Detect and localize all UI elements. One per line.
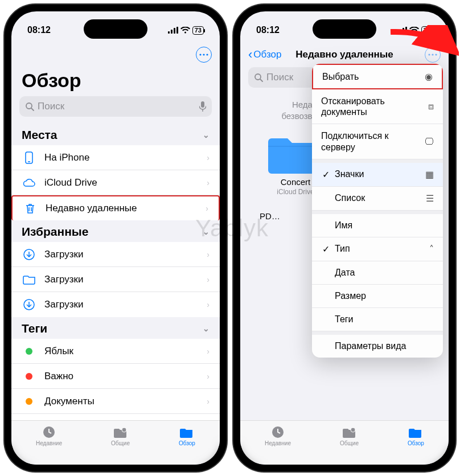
chevron-right-icon: › (206, 204, 208, 213)
menu-sort-size[interactable]: Размер (312, 285, 443, 308)
tab-browse[interactable]: Обзор (179, 425, 195, 446)
tab-label: Общие (111, 440, 130, 446)
svg-point-4 (199, 54, 201, 55)
chevron-down-icon: ⌄ (203, 130, 210, 139)
file-item-partial[interactable]: PD… (253, 208, 287, 292)
page-title: Обзор (11, 67, 220, 96)
svg-rect-18 (400, 30, 401, 34)
tab-bar: Недавние Общие Обзор (240, 420, 449, 465)
shared-folder-icon (113, 425, 128, 439)
menu-select[interactable]: Выбрать ◉ (312, 64, 443, 89)
svg-point-21 (428, 54, 430, 55)
row-label: Загрузки (44, 299, 83, 310)
wifi-icon (409, 27, 419, 34)
mic-icon[interactable] (199, 101, 206, 112)
svg-rect-19 (403, 28, 404, 34)
tag-item[interactable]: Важно› (11, 364, 220, 389)
tab-shared[interactable]: Общие (111, 425, 130, 446)
phone-right: 08:12 73 ‹ Обзор Недавно удаленные (233, 5, 455, 471)
tab-shared[interactable]: Общие (340, 425, 359, 446)
section-header-tags[interactable]: Теги ⌄ (11, 317, 220, 339)
favorite-item[interactable]: Загрузки › (11, 292, 220, 317)
menu-label: Список (321, 193, 365, 203)
menu-label: Имя (321, 220, 352, 231)
download-icon (23, 249, 35, 260)
section-header-places[interactable]: Места ⌄ (11, 124, 220, 145)
location-icloud-drive[interactable]: iCloud Drive › (11, 170, 220, 195)
battery-icon: 73 (421, 26, 433, 35)
tab-label: Недавние (36, 440, 62, 446)
trash-icon (25, 203, 35, 214)
svg-point-22 (432, 54, 433, 55)
chevron-right-icon: › (207, 250, 210, 259)
menu-label: Размер (321, 291, 366, 301)
menu-sort-date[interactable]: Дата (312, 261, 443, 285)
menu-label: Отсканировать документы (321, 96, 422, 117)
row-label: Загрузки (44, 274, 83, 285)
svg-rect-9 (201, 101, 204, 108)
section-title: Места (22, 128, 58, 142)
svg-rect-20 (405, 27, 407, 34)
svg-line-25 (260, 79, 262, 81)
row-label: Недавно удаленные (46, 203, 137, 214)
back-button[interactable]: ‹ Обзор (248, 47, 281, 62)
svg-rect-1 (171, 30, 173, 34)
grid-icon: ▦ (425, 169, 434, 180)
menu-sort-tags[interactable]: Теги (312, 308, 443, 331)
dynamic-island (313, 19, 376, 39)
row-label: Документы (44, 396, 95, 407)
context-menu: Выбрать ◉ Отсканировать документы ⧈ Подк… (312, 64, 443, 358)
svg-rect-17 (397, 31, 399, 34)
tag-item[interactable]: Фильмы› (11, 414, 220, 420)
row-label: На iPhone (44, 152, 89, 163)
menu-view-options[interactable]: Параметры вида (312, 335, 443, 358)
chevron-down-icon: ⌄ (203, 324, 210, 333)
menu-view-icons[interactable]: ✓Значки ▦ (312, 163, 443, 187)
tag-item[interactable]: Документы› (11, 389, 220, 414)
more-menu-button[interactable] (425, 47, 441, 63)
menu-sort-type[interactable]: ✓Тип ˄ (312, 237, 443, 261)
tag-item[interactable]: Яблык› (11, 339, 220, 364)
tag-dot-icon (26, 348, 32, 355)
chevron-right-icon: › (207, 275, 210, 284)
shared-folder-icon (342, 425, 357, 439)
tab-browse[interactable]: Обзор (408, 425, 424, 446)
menu-label: Выбрать (322, 72, 359, 82)
tab-recents[interactable]: Недавние (265, 425, 291, 446)
checkmark-icon: ✓ (321, 169, 330, 180)
location-on-iphone[interactable]: На iPhone › (11, 145, 220, 170)
tag-dot-icon (26, 373, 32, 380)
tab-label: Обзор (179, 440, 195, 446)
search-input[interactable]: Поиск (19, 96, 212, 117)
svg-point-27 (351, 428, 355, 432)
favorite-item[interactable]: Загрузки › (11, 242, 220, 267)
back-label: Обзор (253, 49, 281, 60)
chevron-right-icon: › (207, 347, 210, 356)
svg-rect-2 (174, 28, 175, 34)
svg-point-23 (435, 54, 437, 55)
tab-label: Недавние (265, 440, 291, 446)
menu-sort-name[interactable]: Имя (312, 214, 443, 237)
folder-icon (179, 425, 194, 439)
nav-title: Недавно удаленные (295, 49, 393, 60)
more-menu-button[interactable] (196, 47, 212, 63)
menu-connect-server[interactable]: Подключиться к серверу 🖵 (312, 124, 443, 159)
cloud-icon (23, 178, 35, 187)
file-name: Concert (281, 177, 311, 187)
checkmark-icon: ✓ (321, 244, 330, 255)
folder-icon (408, 425, 423, 439)
phone-left: 08:12 73 Обзор Поиск (5, 5, 227, 471)
cellular-icon (168, 27, 178, 34)
menu-view-list[interactable]: Список ☰ (312, 187, 443, 211)
menu-scan-documents[interactable]: Отсканировать документы ⧈ (312, 89, 443, 124)
clock-icon (270, 425, 285, 439)
tab-recents[interactable]: Недавние (36, 425, 62, 446)
section-title: Избранные (22, 225, 88, 239)
dynamic-island (84, 19, 147, 39)
favorite-item[interactable]: Загрузки › (11, 267, 220, 292)
location-recently-deleted[interactable]: Недавно удаленные › (11, 195, 220, 220)
section-header-favorites[interactable]: Избранные ⌄ (11, 220, 220, 242)
svg-rect-3 (176, 27, 178, 34)
svg-point-5 (203, 54, 204, 55)
checkmark-circle-icon: ◉ (425, 71, 433, 82)
